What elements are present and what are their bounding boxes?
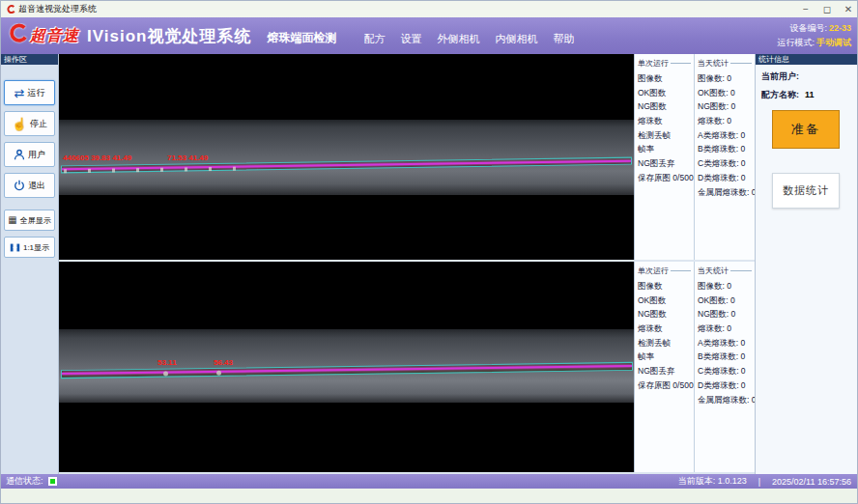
measurement-annotation: 71.53 41.49: [167, 154, 208, 162]
one-to-one-button[interactable]: 1:1显示: [4, 237, 55, 258]
recipe-name-value: 11: [805, 90, 815, 99]
brand-swirl-icon: [7, 23, 28, 48]
stat-item: 保存原图 0/500: [638, 378, 694, 393]
stats-panel-outer: 单次运行 图像数OK图数NG图数熔珠数检测丢帧帧率NG图丢弃保存原图 0/500…: [634, 54, 755, 260]
status-bar: 通信状态: 当前版本: 1.0.123 | 2025/02/11 16:57:5…: [1, 474, 858, 489]
main-menu: 配方设置外侧相机内侧相机帮助: [363, 32, 574, 46]
camera-view-outer: 440605 39.83 41.49 71.53 41.49: [59, 54, 634, 260]
stop-hand-icon: ☝: [12, 118, 27, 130]
operation-sidebar: 操作区 ⇄ 运行 ☝ 停止 用户 退出: [1, 54, 59, 474]
groupbox-line: [671, 63, 691, 64]
single-run-title: 单次运行: [638, 58, 669, 69]
page-title: IVision视觉处理系统: [87, 25, 251, 47]
stat-item: OK图数: 0: [698, 86, 755, 100]
run-sync-icon: ⇄: [14, 87, 25, 99]
fullscreen-grid-icon: ▦: [8, 215, 16, 225]
page-subtitle: 熔珠端面检测: [267, 30, 336, 46]
user-button[interactable]: 用户: [4, 142, 55, 167]
stats-panel-inner: 单次运行 图像数OK图数NG图数熔珠数检测丢帧帧率NG图丢弃保存原图 0/500…: [634, 262, 755, 472]
stat-item: D类熔珠数: 0: [698, 171, 755, 185]
close-button[interactable]: ✕: [838, 2, 858, 17]
stat-item: NG图数: 0: [698, 307, 755, 322]
groupbox-line: [730, 63, 752, 64]
sidebar-header: 操作区: [1, 54, 58, 65]
comm-status-label: 通信状态:: [6, 475, 43, 488]
measurement-annotation: 440605 39.83 41.49: [63, 154, 131, 162]
groupbox-line: [730, 270, 752, 271]
version-value: 1.0.123: [718, 476, 747, 486]
app-header: 超音速 IVision视觉处理系统 熔珠端面检测 配方设置外侧相机内侧相机帮助 …: [1, 17, 858, 54]
stat-item: C类熔珠数: 0: [698, 156, 755, 171]
recipe-name-label: 配方名称:: [761, 90, 799, 99]
app-window: 超音速视觉处理系统 − ◻ ✕ 超音速 IVision视觉处理系统 熔珠端面检测…: [0, 0, 858, 504]
menu-item[interactable]: 设置: [400, 32, 421, 46]
stat-item: 图像数: [638, 279, 694, 294]
stat-item: 帧率: [638, 350, 694, 364]
current-user-label: 当前用户:: [761, 71, 799, 81]
device-number-label: 设备编号:: [789, 23, 827, 33]
ready-button[interactable]: 准备: [772, 110, 840, 149]
device-info: 设备编号:22-33 运行模式:手动调试: [777, 21, 851, 51]
title-bar: 超音速视觉处理系统 − ◻ ✕: [1, 1, 858, 17]
stat-item: NG图丢弃: [638, 364, 694, 378]
stat-item: 保存原图 0/500: [638, 171, 694, 185]
stat-item: OK图数: [638, 86, 694, 100]
minimize-button[interactable]: −: [795, 2, 816, 17]
bead-marker: [163, 372, 168, 377]
run-mode-value: 手动调试: [816, 38, 851, 47]
stop-button[interactable]: ☝ 停止: [4, 111, 55, 136]
stat-item: 熔珠数: 0: [698, 322, 755, 336]
stat-item: 金属屑熔珠数: 0: [698, 393, 755, 407]
menu-item[interactable]: 外侧相机: [437, 32, 479, 46]
separator: |: [758, 477, 760, 487]
stat-item: B类熔珠数: 0: [698, 350, 755, 364]
comm-status-led: [48, 477, 57, 486]
stat-item: 熔珠数: [638, 114, 694, 128]
maximize-button[interactable]: ◻: [816, 2, 838, 17]
stat-item: 金属屑熔珠数: 0: [698, 185, 755, 200]
groupbox-line: [671, 270, 691, 271]
run-mode-label: 运行模式:: [777, 38, 815, 47]
stat-item: NG图数: [638, 307, 694, 322]
measurement-annotation: 56.43: [214, 358, 233, 367]
brand-name: 超音速: [30, 26, 79, 46]
run-button[interactable]: ⇄ 运行: [4, 80, 55, 105]
stat-item: 熔珠数: [638, 322, 694, 336]
stat-item: 帧率: [638, 142, 694, 156]
stat-item: NG图丢弃: [638, 156, 694, 171]
device-number-value: 22-33: [829, 23, 851, 33]
stat-item: OK图数: 0: [698, 294, 755, 308]
user-icon: [14, 149, 25, 160]
bead-marker: [216, 371, 221, 376]
menu-item[interactable]: 帮助: [553, 32, 574, 46]
data-statistics-button[interactable]: 数据统计: [772, 173, 840, 209]
stat-item: 图像数: 0: [698, 71, 755, 86]
exit-button[interactable]: 退出: [4, 173, 55, 198]
menu-item[interactable]: 内侧相机: [495, 32, 537, 46]
stat-item: D类熔珠数: 0: [698, 378, 755, 393]
menu-item[interactable]: 配方: [363, 32, 385, 46]
info-panel: 统计信息 当前用户: 配方名称:11 准备 数据统计: [755, 54, 858, 474]
stat-item: A类熔珠数: 0: [698, 336, 755, 350]
stat-item: B类熔珠数: 0: [698, 142, 755, 156]
power-icon: [14, 180, 25, 191]
measurement-annotation: 53.11: [157, 358, 177, 367]
stat-item: NG图数: [638, 99, 694, 114]
single-run-title: 单次运行: [638, 266, 669, 276]
fullscreen-button[interactable]: ▦ 全屏显示: [4, 210, 55, 231]
app-logo-icon: [6, 5, 15, 14]
stat-item: 图像数: [638, 71, 694, 86]
stat-item: 图像数: 0: [698, 279, 755, 294]
info-panel-header: 统计信息: [756, 54, 858, 65]
one-to-one-icon: [10, 242, 20, 253]
stat-item: C类熔珠数: 0: [698, 364, 755, 378]
window-bottom-edge: [1, 489, 858, 504]
stat-item: 检测丢帧: [638, 128, 694, 143]
stat-item: 检测丢帧: [638, 336, 694, 350]
today-stats-title: 当天统计: [698, 266, 729, 276]
stat-item: 熔珠数: 0: [698, 114, 755, 128]
today-stats-title: 当天统计: [698, 58, 729, 69]
datetime: 2025/02/11 16:57:56: [772, 477, 851, 487]
version-label: 当前版本:: [678, 476, 716, 486]
brand: 超音速: [7, 23, 79, 48]
